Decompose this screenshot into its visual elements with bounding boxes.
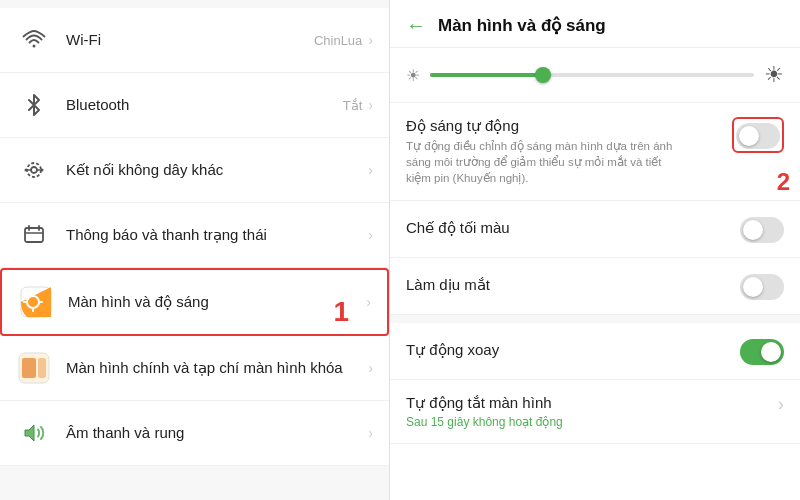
wifi-icon <box>16 22 52 58</box>
wifi-chevron: › <box>368 32 373 48</box>
auto-brightness-content: Độ sáng tự động Tự động điều chỉnh độ sá… <box>406 117 732 186</box>
dark-mode-toggle-thumb <box>743 220 763 240</box>
screen-chevron: › <box>366 294 371 310</box>
sidebar-item-screen[interactable]: Màn hình và độ sáng › 1 <box>0 268 389 336</box>
auto-brightness-toggle[interactable] <box>736 123 780 149</box>
brightness-high-icon: ☀ <box>764 62 784 88</box>
dark-mode-row: Chế độ tối màu <box>390 201 800 258</box>
svg-point-1 <box>31 167 37 173</box>
svg-rect-18 <box>22 358 36 378</box>
settings-left-panel: Wi-Fi ChinLua › Bluetooth Tắt › Kết nối … <box>0 0 390 500</box>
sound-chevron: › <box>368 425 373 441</box>
sidebar-item-screen2[interactable]: Màn hình chính và tạp chí màn hình khóa … <box>0 336 389 401</box>
back-button[interactable]: ← <box>406 14 426 37</box>
dark-mode-toggle[interactable] <box>740 217 784 243</box>
sidebar-item-connections[interactable]: Kết nối không dây khác › <box>0 138 389 203</box>
sidebar-item-notifications[interactable]: Thông báo và thanh trạng thái › <box>0 203 389 268</box>
sidebar-item-bluetooth[interactable]: Bluetooth Tắt › <box>0 73 389 138</box>
eye-care-toggle-thumb <box>743 277 763 297</box>
svg-point-0 <box>33 45 36 48</box>
wifi-value: ChinLua <box>314 33 362 48</box>
connections-label: Kết nối không dây khác <box>66 160 368 180</box>
svg-point-4 <box>41 169 44 172</box>
auto-brightness-toggle-box <box>732 117 784 153</box>
notifications-icon <box>16 217 52 253</box>
sound-icon <box>16 415 52 451</box>
auto-rotate-row: Tự động xoay <box>390 323 800 380</box>
sidebar-item-sound[interactable]: Âm thanh và rung › <box>0 401 389 466</box>
auto-off-subtitle: Sau 15 giây không hoạt động <box>406 415 778 429</box>
connections-icon <box>16 152 52 188</box>
screen2-icon <box>16 350 52 386</box>
eye-care-row: Làm dịu mắt <box>390 258 800 315</box>
eye-care-toggle[interactable] <box>740 274 784 300</box>
auto-off-content: Tự động tắt màn hình Sau 15 giây không h… <box>406 394 778 429</box>
screen2-label: Màn hình chính và tạp chí màn hình khóa <box>66 358 368 378</box>
eye-care-label: Làm dịu mắt <box>406 276 740 294</box>
brightness-low-icon: ☀ <box>406 66 420 85</box>
right-panel-title: Màn hình và độ sáng <box>438 15 606 36</box>
settings-right-panel: ← Màn hình và độ sáng ☀ ☀ Độ sáng tự độn… <box>390 0 800 500</box>
bluetooth-label: Bluetooth <box>66 95 343 115</box>
sound-label: Âm thanh và rung <box>66 423 368 443</box>
screen-icon <box>18 284 54 320</box>
auto-off-row: Tự động tắt màn hình Sau 15 giây không h… <box>390 380 800 444</box>
slider-fill <box>430 73 543 77</box>
screen-badge: 1 <box>333 296 349 328</box>
right-header: ← Màn hình và độ sáng <box>390 0 800 48</box>
auto-brightness-label: Độ sáng tự động <box>406 117 732 135</box>
slider-thumb[interactable] <box>535 67 551 83</box>
divider <box>390 315 800 323</box>
screen2-chevron: › <box>368 360 373 376</box>
svg-point-3 <box>25 169 28 172</box>
svg-marker-20 <box>25 425 34 441</box>
auto-rotate-label: Tự động xoay <box>406 341 740 359</box>
auto-rotate-toggle[interactable] <box>740 339 784 365</box>
auto-off-label: Tự động tắt màn hình <box>406 394 778 412</box>
svg-rect-7 <box>25 228 43 242</box>
auto-rotate-toggle-thumb <box>761 342 781 362</box>
notifications-chevron: › <box>368 227 373 243</box>
bluetooth-icon <box>16 87 52 123</box>
bluetooth-value: Tắt <box>343 98 363 113</box>
screen-label: Màn hình và độ sáng <box>68 292 366 312</box>
dark-mode-label: Chế độ tối màu <box>406 219 740 237</box>
wifi-label: Wi-Fi <box>66 30 314 50</box>
notifications-label: Thông báo và thanh trạng thái <box>66 225 368 245</box>
auto-brightness-row: Độ sáng tự động Tự động điều chỉnh độ sá… <box>390 103 800 201</box>
brightness-row: ☀ ☀ <box>390 48 800 103</box>
auto-brightness-desc: Tự động điều chỉnh độ sáng màn hình dựa … <box>406 138 686 186</box>
auto-off-chevron: › <box>778 394 784 415</box>
brightness-slider[interactable] <box>430 73 754 77</box>
sidebar-item-wifi[interactable]: Wi-Fi ChinLua › <box>0 8 389 73</box>
svg-rect-19 <box>38 358 46 378</box>
auto-brightness-toggle-thumb <box>739 126 759 146</box>
auto-brightness-badge: 2 <box>777 168 790 196</box>
connections-chevron: › <box>368 162 373 178</box>
bluetooth-chevron: › <box>368 97 373 113</box>
